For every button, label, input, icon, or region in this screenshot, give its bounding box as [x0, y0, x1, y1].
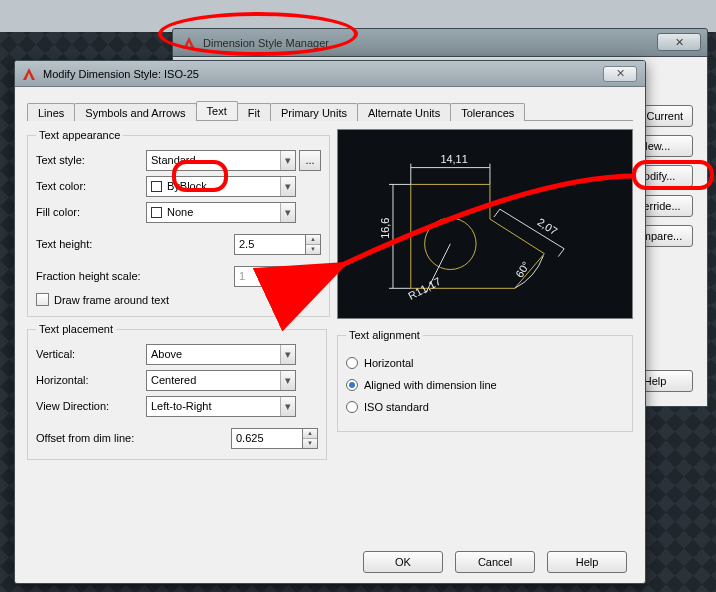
app-icon	[181, 35, 197, 51]
label-view-direction: View Direction:	[36, 400, 146, 412]
input-offset[interactable]	[231, 428, 303, 449]
tab-symbols-arrows[interactable]: Symbols and Arrows	[74, 103, 196, 121]
caret-down-icon: ▼	[306, 277, 320, 286]
color-swatch-icon	[151, 207, 162, 218]
select-vertical[interactable]: Above ▾	[146, 344, 296, 365]
tab-tolerances[interactable]: Tolerances	[450, 103, 525, 121]
svg-text:14,11: 14,11	[440, 153, 467, 165]
tab-lines[interactable]: Lines	[27, 103, 75, 121]
spinner-offset[interactable]: ▲ ▼	[303, 428, 318, 449]
caret-up-icon: ▲	[306, 267, 320, 277]
select-fill-color[interactable]: None ▾	[146, 202, 296, 223]
color-swatch-icon	[151, 181, 162, 192]
dialog-title: Modify Dimension Style: ISO-25	[43, 68, 199, 80]
manager-title: Dimension Style Manager	[203, 37, 329, 49]
close-icon: ✕	[616, 67, 625, 80]
dialog-footer: OK Cancel Help	[15, 541, 645, 583]
chevron-down-icon: ▾	[280, 345, 295, 364]
svg-text:60°: 60°	[513, 259, 532, 279]
radio-icon	[346, 379, 358, 391]
label-horizontal: Horizontal:	[36, 374, 146, 386]
legend-placement: Text placement	[36, 323, 116, 335]
dialog-help-button[interactable]: Help	[547, 551, 627, 573]
caret-down-icon: ▼	[306, 245, 320, 254]
input-fraction-scale	[234, 266, 306, 287]
chevron-down-icon: ▾	[280, 397, 295, 416]
spinner-text-height[interactable]: ▲ ▼	[306, 234, 321, 255]
caret-up-icon: ▲	[306, 235, 320, 245]
text-style-browse-button[interactable]: ...	[299, 150, 321, 171]
radio-icon	[346, 357, 358, 369]
ok-button[interactable]: OK	[363, 551, 443, 573]
chevron-down-icon: ▾	[280, 371, 295, 390]
tab-primary-units[interactable]: Primary Units	[270, 103, 358, 121]
label-text-height: Text height:	[36, 238, 146, 250]
label-text-style: Text style:	[36, 154, 146, 166]
spinner-fraction-scale: ▲ ▼	[306, 266, 321, 287]
caret-up-icon: ▲	[303, 429, 317, 439]
group-text-placement: Text placement Vertical: Above ▾ Horizon…	[27, 323, 327, 460]
svg-text:16,6: 16,6	[379, 218, 391, 239]
tabstrip: Lines Symbols and Arrows Text Fit Primar…	[27, 99, 633, 121]
radio-icon	[346, 401, 358, 413]
manager-titlebar: Dimension Style Manager ✕	[172, 28, 708, 57]
select-horizontal[interactable]: Centered ▾	[146, 370, 296, 391]
dialog-close-button[interactable]: ✕	[603, 66, 637, 82]
select-text-style[interactable]: Standard ▾	[146, 150, 296, 171]
tab-alternate-units[interactable]: Alternate Units	[357, 103, 451, 121]
close-icon: ✕	[675, 36, 684, 49]
group-text-appearance: Text appearance Text style: Standard ▾ .…	[27, 129, 330, 317]
checkbox-icon	[36, 293, 49, 306]
label-fraction-scale: Fraction height scale:	[36, 270, 176, 282]
label-text-color: Text color:	[36, 180, 146, 192]
radio-iso[interactable]: ISO standard	[346, 401, 624, 413]
tab-text[interactable]: Text	[196, 101, 238, 120]
tab-fit[interactable]: Fit	[237, 103, 271, 121]
caret-down-icon: ▼	[303, 439, 317, 448]
legend-alignment: Text alignment	[346, 329, 423, 341]
input-text-height[interactable]	[234, 234, 306, 255]
legend-appearance: Text appearance	[36, 129, 123, 141]
cancel-button[interactable]: Cancel	[455, 551, 535, 573]
label-fill-color: Fill color:	[36, 206, 146, 218]
label-draw-frame: Draw frame around text	[54, 294, 169, 306]
label-offset: Offset from dim line:	[36, 432, 176, 444]
dialog-titlebar: Modify Dimension Style: ISO-25 ✕	[15, 61, 645, 87]
chevron-down-icon: ▾	[280, 203, 295, 222]
dimstyle-preview: 14,11 16,6 2,07 60° R11,17	[337, 129, 633, 319]
app-icon	[21, 66, 37, 82]
radio-horizontal[interactable]: Horizontal	[346, 357, 624, 369]
select-view-direction[interactable]: Left-to-Right ▾	[146, 396, 296, 417]
checkbox-draw-frame[interactable]: Draw frame around text	[36, 293, 321, 306]
manager-close-button[interactable]: ✕	[657, 33, 701, 51]
radio-aligned[interactable]: Aligned with dimension line	[346, 379, 624, 391]
modify-dimstyle-dialog: Modify Dimension Style: ISO-25 ✕ Lines S…	[14, 60, 646, 584]
chevron-down-icon: ▾	[280, 177, 295, 196]
select-text-color[interactable]: ByBlock ▾	[146, 176, 296, 197]
chevron-down-icon: ▾	[280, 151, 295, 170]
svg-text:2,07: 2,07	[535, 216, 559, 238]
label-vertical: Vertical:	[36, 348, 146, 360]
group-text-alignment: Text alignment Horizontal Aligned with d…	[337, 329, 633, 432]
